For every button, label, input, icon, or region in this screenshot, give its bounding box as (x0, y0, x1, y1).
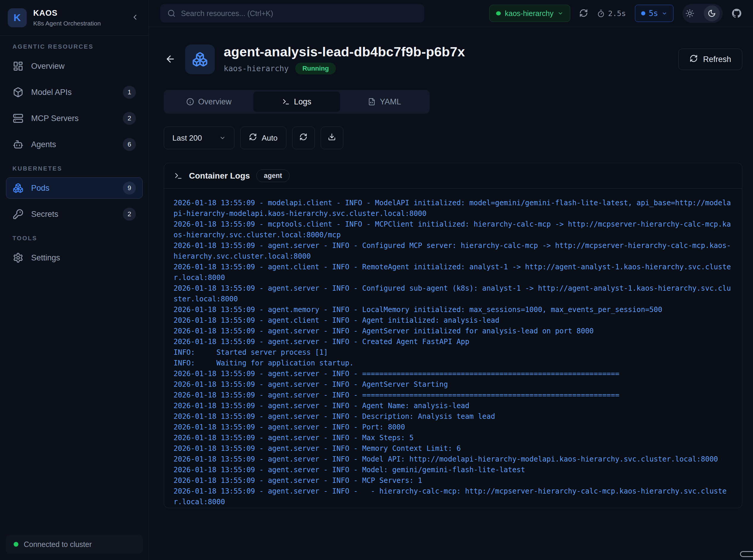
sidebar-item-label: Model APIs (31, 88, 72, 97)
sidebar-section-label: AGENTIC RESOURCES (13, 43, 136, 50)
log-line: 2026-01-18 13:55:09 - agent.server - INF… (174, 464, 733, 475)
sidebar-header: K KAOS K8s Agent Orchestration (0, 0, 148, 36)
app-root: K KAOS K8s Agent Orchestration AGENTIC R… (0, 0, 753, 560)
log-line: 2026-01-18 13:55:09 - agent.client - INF… (174, 262, 733, 283)
chevron-down-icon (661, 11, 667, 16)
sidebar-item-label: Settings (31, 253, 60, 262)
app-title: KAOS (33, 8, 122, 18)
log-line: 2026-01-18 13:55:09 - agent.server - INF… (174, 507, 733, 508)
log-line: 2026-01-18 13:55:09 - agent.server - INF… (174, 422, 733, 433)
interval-label: 5s (649, 9, 658, 18)
moon-icon (708, 9, 716, 18)
sidebar-item-label: MCP Servers (31, 114, 79, 123)
search-box (160, 4, 424, 22)
search-input[interactable] (181, 9, 417, 18)
status-dot-icon (14, 542, 18, 547)
page-title: agent-analysis-lead-db4bc7f9b-p6b7x (224, 44, 465, 60)
sidebar-item-settings[interactable]: Settings (6, 247, 143, 268)
auto-refresh-toggle[interactable]: Auto (240, 127, 286, 149)
timer-icon (597, 9, 605, 18)
container-logs-header: Container Logs agent (164, 163, 742, 188)
boxes-icon (192, 51, 208, 67)
search-icon (167, 9, 176, 18)
log-line: 2026-01-18 13:55:09 - modelapi.client - … (174, 198, 733, 219)
cube-icon (13, 87, 23, 98)
refresh-button-label: Refresh (703, 55, 731, 64)
interval-selector[interactable]: 5s (635, 5, 673, 22)
tab-logs[interactable]: Logs (253, 92, 340, 112)
info-icon (186, 98, 194, 106)
tab-label: Overview (198, 97, 232, 106)
sidebar-item-label: Secrets (31, 210, 58, 219)
terminal-icon (174, 172, 182, 180)
sidebar-section-tools: TOOLSSettings (6, 235, 143, 268)
download-icon (328, 133, 336, 143)
sidebar-item-secrets[interactable]: Secrets2 (6, 203, 143, 225)
sidebar-section-kubernetes: KUBERNETESPods9Secrets2 (6, 165, 143, 225)
download-logs-button[interactable] (321, 127, 343, 149)
detail-tabs: OverviewLogsYAML (164, 90, 430, 114)
sidebar-item-pods[interactable]: Pods9 (6, 177, 143, 199)
light-mode-button[interactable] (685, 9, 694, 18)
log-line: INFO: Started server process [1] (174, 347, 733, 358)
app-subtitle: K8s Agent Orchestration (33, 20, 122, 27)
container-logs-title: Container Logs (189, 171, 250, 181)
sidebar-item-overview[interactable]: Overview (6, 56, 143, 77)
sidebar-item-label: Pods (31, 184, 49, 193)
page-header: agent-analysis-lead-db4bc7f9b-p6b7x kaos… (164, 44, 742, 75)
gear-icon (13, 253, 23, 263)
log-line: 2026-01-18 13:55:09 - agent.server - INF… (174, 411, 733, 422)
file-code-icon (368, 98, 376, 106)
sidebar-item-label: Overview (31, 62, 65, 71)
sidebar-item-model-apis[interactable]: Model APIs1 (6, 82, 143, 103)
reload-logs-button[interactable] (292, 127, 315, 149)
sidebar-item-agents[interactable]: Agents6 (6, 134, 143, 155)
log-line: 2026-01-18 13:55:09 - agent.server - INF… (174, 443, 733, 454)
tab-overview[interactable]: Overview (165, 92, 252, 112)
dashboard-icon (13, 61, 23, 72)
count-badge: 2 (123, 207, 136, 221)
back-button[interactable] (164, 53, 177, 66)
boxes-icon (13, 183, 23, 193)
chevron-left-icon (131, 13, 139, 22)
refresh-icon (690, 54, 698, 65)
tail-lines-select[interactable]: Last 200 (164, 127, 234, 149)
log-line: INFO: Waiting for application startup. (174, 358, 733, 368)
cluster-status-label: Connected to cluster (24, 540, 92, 549)
topbar: kaos-hierarchy 2.5s 5s (149, 0, 753, 27)
chevron-down-icon (557, 11, 563, 16)
log-line: 2026-01-18 13:55:09 - agent.server - INF… (174, 336, 733, 347)
github-link[interactable] (732, 8, 742, 18)
tab-yaml[interactable]: YAML (341, 92, 428, 112)
count-badge: 2 (123, 112, 136, 125)
dark-mode-button[interactable] (704, 5, 720, 21)
sidebar-section-label: KUBERNETES (13, 165, 136, 172)
namespace-selector[interactable]: kaos-hierarchy (489, 5, 571, 22)
log-line: 2026-01-18 13:55:09 - agent.server - INF… (174, 454, 733, 464)
sun-icon (685, 9, 694, 18)
app-logo: K (8, 8, 27, 27)
pod-namespace: kaos-hierarchy (224, 64, 289, 73)
sidebar-item-mcp-servers[interactable]: MCP Servers2 (6, 108, 143, 129)
log-output[interactable]: 2026-01-18 13:55:09 - modelapi.client - … (164, 188, 742, 508)
sidebar: K KAOS K8s Agent Orchestration AGENTIC R… (0, 0, 149, 560)
global-refresh-button[interactable] (579, 8, 588, 18)
container-name-badge[interactable]: agent (256, 169, 289, 182)
refresh-button[interactable]: Refresh (678, 49, 742, 70)
refresh-icon (249, 133, 257, 143)
topbar-right: kaos-hierarchy 2.5s 5s (489, 4, 742, 23)
sidebar-item-label: Agents (31, 140, 56, 149)
log-line: 2026-01-18 13:55:09 - agent.server - INF… (174, 486, 733, 507)
theme-toggle (682, 4, 723, 23)
refresh-icon (299, 133, 308, 143)
app-title-block: KAOS K8s Agent Orchestration (33, 8, 122, 27)
refresh-duration-label: 2.5s (608, 9, 626, 18)
app-logo-letter: K (14, 12, 21, 23)
horizontal-scrollbar-thumb[interactable] (740, 551, 753, 557)
arrow-left-icon (165, 61, 176, 65)
sidebar-collapse-button[interactable] (129, 12, 141, 24)
log-line: 2026-01-18 13:55:09 - agent.server - INF… (174, 368, 733, 379)
auto-refresh-label: Auto (262, 134, 278, 143)
log-line: 2026-01-18 13:55:09 - agent.client - INF… (174, 315, 733, 326)
container-logs-panel: Container Logs agent 2026-01-18 13:55:09… (164, 163, 742, 508)
